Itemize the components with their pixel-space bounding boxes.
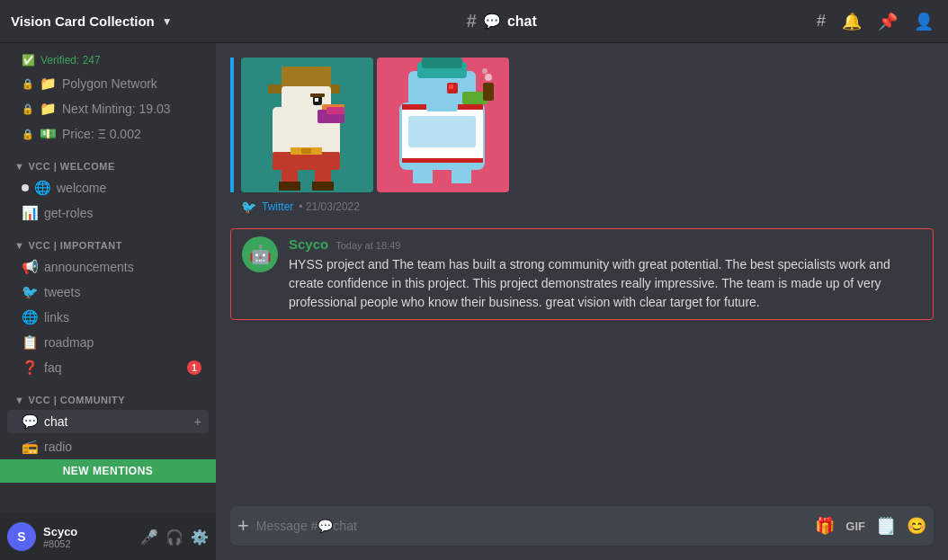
- sidebar-item-verified: ✅ Verified: 247: [7, 50, 209, 70]
- radio-icon: 📻: [22, 439, 39, 455]
- faq-badge: 1: [187, 360, 201, 375]
- svg-rect-11: [326, 107, 344, 114]
- sidebar-item-radio[interactable]: 📻 radio: [7, 435, 209, 458]
- sidebar-item-welcome[interactable]: 🌐 welcome: [7, 176, 209, 200]
- message-avatar: 🤖: [242, 236, 278, 272]
- sidebar-item-get-roles[interactable]: 📊 get-roles: [7, 201, 209, 225]
- question-icon: ❓: [22, 360, 39, 376]
- person-icon[interactable]: 👤: [914, 12, 934, 31]
- message-input[interactable]: [256, 519, 808, 533]
- message-input-wrapper: + 🎁 GIF 🗒️ 😊: [230, 506, 934, 546]
- embed-image-right: [377, 58, 509, 192]
- message-input-area: + 🎁 GIF 🗒️ 😊: [216, 506, 948, 560]
- section-vcc-community[interactable]: ▼ VCC | COMMUNITY: [0, 380, 216, 409]
- unread-dot: [22, 184, 29, 191]
- sidebar-item-tweets[interactable]: 🐦 tweets: [7, 280, 209, 304]
- message-row: 🤖 Scyco Today at 18:49 HYSS project and …: [230, 228, 934, 320]
- settings-icon[interactable]: ⚙️: [191, 529, 209, 546]
- svg-rect-36: [452, 164, 471, 183]
- emoji-icon[interactable]: 😊: [907, 516, 926, 536]
- svg-rect-14: [301, 148, 311, 154]
- svg-point-27: [482, 68, 487, 74]
- section-label: VCC | WELCOME: [28, 161, 114, 172]
- sidebar: ✅ Verified: 247 🔒 📁 Polygon Network 🔒 📁 …: [0, 43, 216, 560]
- bell-icon[interactable]: 🔔: [842, 12, 862, 31]
- channel-name: chat: [507, 13, 537, 30]
- sidebar-item-roadmap[interactable]: 📋 roadmap: [7, 331, 209, 354]
- channel-hash-icon: #: [467, 11, 477, 31]
- welcome-label: welcome: [57, 181, 106, 195]
- user-controls: 🎤 🎧 ⚙️: [140, 529, 209, 546]
- folder-icon: 📁: [40, 76, 57, 92]
- faq-label: faq: [44, 360, 61, 375]
- links-label: links: [44, 310, 69, 324]
- headset-icon[interactable]: 🎧: [165, 529, 183, 546]
- top-bar-actions: # 🔔 📌 👤: [817, 12, 948, 31]
- svg-point-26: [485, 74, 492, 81]
- user-bar: S Scyco #8052 🎤 🎧 ⚙️: [0, 513, 216, 560]
- embed-source: Twitter: [262, 200, 293, 213]
- sidebar-item-announcements[interactable]: 📢 announcements: [7, 255, 209, 279]
- lock-icon: 🔒: [22, 78, 34, 90]
- lock-icon: 🔒: [22, 129, 34, 140]
- section-vcc-important[interactable]: ▼ VCC | IMPORTANT: [0, 226, 216, 254]
- add-content-button[interactable]: +: [237, 514, 249, 538]
- announcements-label: announcements: [44, 260, 134, 274]
- svg-rect-25: [483, 83, 494, 101]
- add-member-icon[interactable]: +: [194, 414, 201, 429]
- twitter-icon: 🐦: [241, 200, 256, 214]
- pixel-bird-right-svg: [377, 58, 509, 192]
- user-info: Scyco #8052: [43, 525, 133, 549]
- sticker-icon[interactable]: 🗒️: [876, 516, 896, 536]
- globe-icon: 🌐: [34, 180, 51, 196]
- sidebar-item-polygon[interactable]: 🔒 📁 Polygon Network: [7, 72, 209, 95]
- get-roles-label: get-roles: [44, 206, 93, 220]
- sidebar-item-price[interactable]: 🔒 💵 Price: Ξ 0.002: [7, 122, 209, 146]
- svg-rect-9: [310, 93, 325, 97]
- avatar: S: [7, 522, 36, 551]
- avatar-letter: S: [17, 529, 25, 544]
- sidebar-item-chat[interactable]: 💬 chat +: [7, 410, 209, 433]
- svg-rect-8: [315, 98, 318, 102]
- avatar-emoji: 🤖: [249, 244, 272, 265]
- svg-rect-32: [402, 158, 483, 163]
- svg-rect-18: [312, 182, 334, 191]
- sidebar-item-next-minting[interactable]: 🔒 📁 Next Minting: 19.03: [7, 97, 209, 120]
- chat-icon: 💬: [22, 413, 39, 430]
- next-minting-label: Next Minting: 19.03: [62, 102, 171, 116]
- input-icons: 🎁 GIF 🗒️ 😊: [815, 516, 926, 536]
- clipboard-icon: 📋: [22, 334, 39, 351]
- svg-rect-29: [449, 84, 453, 89]
- pin-icon[interactable]: 📌: [878, 12, 898, 31]
- hash-icon[interactable]: #: [817, 12, 826, 31]
- server-header[interactable]: Vision Card Collection ▼: [0, 13, 173, 29]
- sidebar-item-faq[interactable]: ❓ faq 1: [7, 356, 209, 379]
- embed-images: [230, 58, 934, 192]
- user-tag: #8052: [43, 538, 133, 549]
- collapse-icon: ▼: [14, 395, 24, 405]
- tweets-label: tweets: [44, 285, 80, 299]
- pixel-bird-left-svg: [241, 58, 373, 192]
- top-bar: Vision Card Collection ▼ # 💬 chat # 🔔 📌 …: [0, 0, 948, 43]
- polygon-label: Polygon Network: [62, 76, 157, 91]
- new-mentions-bar[interactable]: NEW MENTIONS: [0, 459, 216, 483]
- chat-area: 🐦 Twitter • 21/03/2022 🤖 Scyco Today at …: [216, 43, 948, 560]
- embed-message: 🐦 Twitter • 21/03/2022: [230, 58, 934, 214]
- message-text: HYSS project and The team has built a st…: [289, 255, 922, 312]
- bird-icon: 🐦: [22, 284, 39, 300]
- money-icon: 💵: [40, 126, 57, 142]
- svg-rect-33: [426, 102, 458, 111]
- verified-icon: ✅: [22, 54, 35, 67]
- server-name: Vision Card Collection: [11, 13, 155, 29]
- chevron-down-icon: ▼: [162, 15, 173, 28]
- announcement-icon: 📢: [22, 259, 39, 275]
- svg-rect-35: [413, 164, 433, 183]
- sidebar-item-links[interactable]: 🌐 links: [7, 306, 209, 329]
- gif-icon[interactable]: GIF: [845, 520, 865, 533]
- radio-label: radio: [44, 440, 72, 454]
- mute-icon[interactable]: 🎤: [140, 529, 158, 546]
- svg-rect-34: [408, 116, 476, 147]
- message-timestamp: Today at 18:49: [335, 240, 400, 251]
- section-vcc-welcome[interactable]: ▼ VCC | WELCOME: [0, 147, 216, 175]
- gift-icon[interactable]: 🎁: [815, 516, 835, 536]
